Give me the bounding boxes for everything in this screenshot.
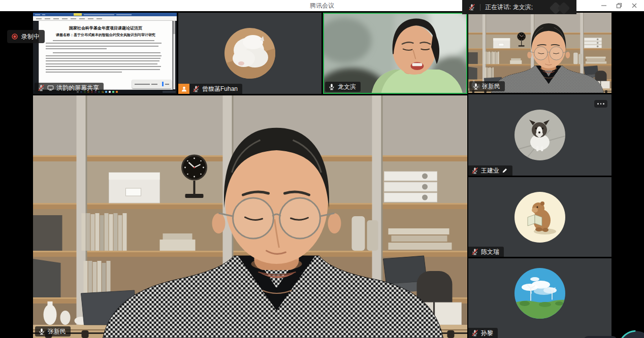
mic-muted-icon — [38, 84, 45, 91]
participant-label: 张新民 — [35, 326, 71, 336]
mic-on-icon — [38, 328, 45, 335]
screen-share-icon — [47, 85, 54, 91]
recording-label: 录制中 — [21, 32, 40, 41]
mic-muted-icon — [192, 85, 200, 92]
record-icon — [11, 33, 18, 40]
mic-on-icon — [472, 83, 479, 90]
recording-badge[interactable]: 录制中 — [7, 30, 45, 43]
video-tile-longwenbin-active-speaker[interactable]: 龙文滨 — [323, 13, 467, 94]
participant-name: 张新民 — [48, 328, 66, 335]
shared-word-titlebar — [33, 13, 177, 16]
participant-name: 曾馥菡Fuhan — [202, 85, 238, 92]
video-tile-zengfuhan[interactable]: 曾馥菡Fuhan — [178, 13, 321, 94]
participant-name: 龙文滨 — [338, 83, 356, 90]
speaking-indicator: 正在讲话: 龙文滨; — [462, 0, 576, 14]
main-video-zhangxinmin[interactable]: 张新民 — [33, 95, 467, 338]
participant-label: 孙黎 — [468, 328, 498, 338]
floating-assistant-button[interactable] — [583, 315, 644, 338]
participant-name: 张新民 — [482, 83, 500, 90]
participant-label: 曾馥菡Fuhan — [189, 84, 242, 94]
meeting-window: 腾讯会议 正在讲话: 龙文滨; 录制中 国家社会科学基金年度项目课题论证活页 课… — [0, 0, 644, 338]
participant-name: 陈文瑞 — [481, 248, 499, 255]
host-badge-icon — [178, 84, 189, 94]
minimize-button[interactable] — [596, 0, 611, 11]
participant-name: 孙黎 — [481, 329, 493, 336]
avatar — [514, 110, 565, 160]
avatar — [224, 28, 275, 79]
participant-label: 陈文瑞 — [468, 247, 504, 257]
mic-on-icon — [328, 83, 335, 90]
maximize-button[interactable] — [611, 0, 627, 11]
avatar — [514, 268, 565, 319]
participant-name: 王建业 — [481, 167, 499, 174]
mic-muted-icon — [471, 167, 478, 174]
rename-pencil-icon[interactable] — [502, 167, 508, 174]
document-body-lines — [46, 40, 166, 73]
divider — [480, 4, 480, 11]
shared-word-menubar — [33, 16, 177, 21]
mic-muted-icon — [471, 248, 478, 255]
avatar — [514, 192, 565, 243]
document-scrollbar[interactable] — [173, 21, 175, 89]
participant-label: 王建业 — [468, 165, 512, 176]
shared-screen-popup — [132, 80, 172, 88]
video-tile-wangjianye[interactable]: 王建业 — [468, 94, 611, 176]
participant-label: 龙文滨 — [325, 82, 361, 92]
video-tile-zhangxinmin[interactable]: 张新民 — [468, 13, 611, 93]
screen-share-tile[interactable]: 国家社会科学基金年度项目课题论证活页 课题名称：基于分布式账本的智能合约安全风险… — [33, 13, 177, 94]
participant-name: 洪韵的屏幕共享 — [56, 84, 99, 91]
speaking-text: 正在讲话: 龙文滨; — [485, 3, 533, 12]
video-tile-chenwenrui[interactable]: 陈文瑞 — [468, 177, 611, 257]
shared-document-page: 国家社会科学基金年度项目课题论证活页 课题名称：基于分布式账本的智能合约安全风险… — [39, 21, 172, 89]
webcam-video — [33, 95, 467, 338]
mic-muted-icon — [471, 329, 478, 336]
webcam-video — [324, 14, 466, 93]
more-options-button[interactable] — [594, 100, 607, 108]
close-button[interactable] — [627, 0, 642, 11]
document-subtitle: 课题名称：基于分布式账本的智能合约安全风险识别与审计研究 — [39, 32, 172, 38]
participant-label: 洪韵的屏幕共享 — [35, 83, 104, 93]
participant-label: 张新民 — [469, 81, 505, 91]
tencent-meeting-logo-icon — [549, 2, 574, 14]
document-title: 国家社会科学基金年度项目课题论证活页 — [39, 25, 172, 31]
window-controls — [596, 0, 642, 11]
mic-muted-icon — [468, 4, 475, 11]
